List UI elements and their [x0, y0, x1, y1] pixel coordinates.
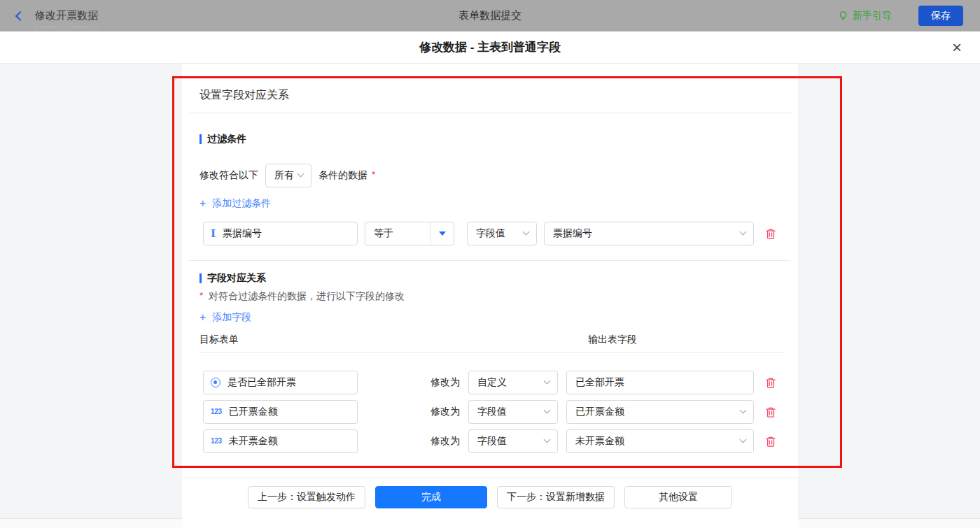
- mapping-row: 123 已开票金额 修改为 字段值 已开票金额: [203, 400, 777, 424]
- dialog-title: 修改数据 - 主表到普通字段: [0, 31, 980, 63]
- chevron-left-icon: [15, 10, 25, 20]
- beginner-guide-link[interactable]: 新手引导: [838, 10, 892, 22]
- target-field-select[interactable]: 是否已全部开票: [203, 371, 358, 394]
- filter-field-label: 票据编号: [223, 227, 262, 240]
- guide-label: 新手引导: [853, 10, 892, 22]
- footer-buttons: 上一步：设置触发动作 完成 下一步：设置新增数据 其他设置: [182, 486, 798, 508]
- chevron-down-icon: [740, 229, 747, 236]
- modify-mode-select[interactable]: 字段值: [468, 429, 558, 453]
- filter-field-select[interactable]: I 票据编号: [203, 222, 358, 245]
- chevron-down-icon: [544, 378, 551, 385]
- mapping-row: 是否已全部开票 修改为 自定义 已全部开票: [203, 371, 777, 394]
- plus-icon: +: [200, 312, 206, 323]
- dialog-body: 设置字段对应关系 过滤条件 修改符合以下 所有 条件的数据 * + 添加过滤条件: [0, 64, 980, 528]
- chevron-down-icon: [523, 229, 530, 236]
- top-bar: 修改开票数据 表单数据提交 新手引导 保存: [0, 0, 980, 31]
- chevron-down-icon: [740, 407, 747, 414]
- match-prefix-label: 修改符合以下: [200, 169, 258, 182]
- settings-panel: 设置字段对应关系 过滤条件 修改符合以下 所有 条件的数据 * + 添加过滤条件: [182, 64, 798, 478]
- back-button[interactable]: 修改开票数据: [17, 5, 98, 27]
- modify-to-label: 修改为: [430, 435, 460, 448]
- target-form-column-header: 目标表单: [200, 334, 239, 345]
- next-step-button[interactable]: 下一步：设置新增数据: [497, 486, 615, 508]
- screen: 修改开票数据 表单数据提交 新手引导 保存 修改数据 - 主表到普通字段 × 设…: [0, 0, 980, 528]
- output-field-select[interactable]: 未开票金额: [566, 429, 754, 453]
- divider: [189, 113, 791, 113]
- dialog-header: 修改数据 - 主表到普通字段 ×: [0, 31, 980, 64]
- radio-field-icon: [211, 378, 220, 387]
- other-settings-button[interactable]: 其他设置: [624, 486, 732, 508]
- lightbulb-icon: [838, 10, 848, 22]
- modify-mode-select[interactable]: 字段值: [468, 400, 558, 424]
- operator-select[interactable]: 等于: [365, 222, 454, 245]
- filter-section-heading: 过滤条件: [200, 133, 246, 145]
- chevron-down-icon: [544, 436, 551, 443]
- add-filter-condition-link[interactable]: + 添加过滤条件: [200, 197, 271, 210]
- delete-row-button[interactable]: [764, 434, 777, 448]
- mapping-column-headers: 目标表单 输出表字段: [200, 334, 784, 346]
- section-bar: [200, 134, 202, 144]
- modify-mode-select[interactable]: 自定义: [468, 371, 558, 394]
- mapping-row: 123 未开票金额 修改为 字段值 未开票金额: [203, 429, 777, 453]
- panel-title: 设置字段对应关系: [200, 88, 289, 103]
- output-field-select[interactable]: 已开票金额: [566, 400, 754, 424]
- modify-to-label: 修改为: [430, 406, 460, 418]
- number-field-icon: 123: [211, 438, 222, 445]
- close-icon[interactable]: ×: [952, 31, 962, 63]
- value-type-select[interactable]: 字段值: [467, 222, 537, 245]
- operator-dropdown-button[interactable]: [430, 222, 454, 245]
- number-field-icon: 123: [211, 408, 222, 415]
- match-suffix-label: 条件的数据: [318, 169, 368, 182]
- match-condition-row: 修改符合以下 所有 条件的数据 *: [200, 164, 375, 187]
- page-title: 表单数据提交: [0, 0, 980, 31]
- mapping-section-heading: 字段对应关系: [200, 272, 266, 285]
- delete-filter-button[interactable]: [764, 227, 777, 241]
- trash-icon: [765, 406, 776, 418]
- trash-icon: [765, 228, 776, 240]
- trash-icon: [765, 436, 776, 448]
- topbar-actions: 新手引导 保存: [838, 6, 963, 26]
- triangle-down-icon: [439, 231, 446, 236]
- custom-value-input[interactable]: 已全部开票: [566, 371, 754, 394]
- dialog-footer: 上一步：设置触发动作 完成 下一步：设置新增数据 其他设置: [182, 478, 798, 528]
- divider: [189, 260, 791, 261]
- chevron-down-icon: [740, 436, 747, 443]
- value-field-select[interactable]: 票据编号: [544, 222, 754, 245]
- match-type-select[interactable]: 所有: [265, 164, 312, 187]
- plus-icon: +: [200, 198, 206, 209]
- prev-step-button[interactable]: 上一步：设置触发动作: [248, 486, 365, 508]
- divider: [200, 352, 784, 353]
- target-field-select[interactable]: 123 已开票金额: [203, 400, 358, 424]
- delete-row-button[interactable]: [764, 376, 777, 390]
- filter-condition-row: I 票据编号 等于 字段值 票据编号: [203, 222, 777, 245]
- section-bar: [200, 273, 202, 283]
- required-mark: *: [372, 169, 375, 180]
- trash-icon: [765, 377, 776, 389]
- save-button[interactable]: 保存: [918, 6, 963, 26]
- add-field-link[interactable]: + 添加字段: [200, 311, 251, 324]
- back-label[interactable]: 修改开票数据: [35, 9, 98, 27]
- done-button[interactable]: 完成: [375, 486, 487, 508]
- modify-to-label: 修改为: [430, 376, 460, 389]
- required-mark: *: [200, 290, 203, 301]
- text-field-icon: I: [211, 229, 216, 239]
- chevron-down-icon: [544, 407, 551, 414]
- mapping-note: * 对符合过滤条件的数据，进行以下字段的修改: [200, 290, 405, 303]
- target-field-select[interactable]: 123 未开票金额: [203, 429, 358, 453]
- delete-row-button[interactable]: [764, 405, 777, 419]
- output-field-column-header: 输出表字段: [588, 334, 637, 346]
- chevron-down-icon: [298, 171, 304, 178]
